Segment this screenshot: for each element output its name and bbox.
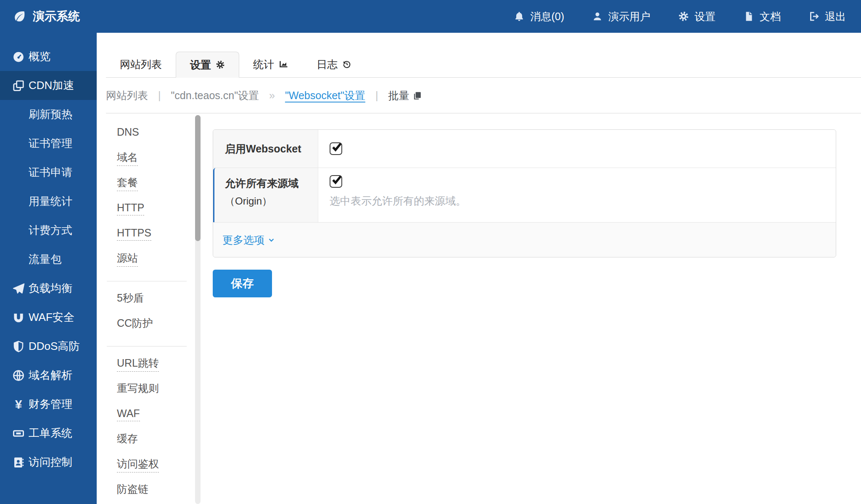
sidebar-item-finance[interactable]: ¥ 财务管理 [0,390,97,419]
menu-item-domain[interactable]: 域名 [117,150,138,166]
sidebar-item-cdn[interactable]: CDN加速 [0,71,97,100]
brand[interactable]: 演示系统 [0,8,80,24]
main-content: 网站列表 设置 统计 日志 网站列表 | "cdn.teaos.cn"设置 » … [97,33,861,504]
tab-bar: 网站列表 设置 统计 日志 [106,33,861,78]
sidebar-subitem-usage-stats[interactable]: 用量统计 [0,187,97,216]
menu-item-waf[interactable]: WAF [117,407,140,421]
allow-all-origins-sublabel: （Origin） [225,194,318,208]
tab-label: 统计 [253,58,274,71]
sidebar-item-label: WAF安全 [29,310,74,325]
save-button[interactable]: 保存 [213,270,272,297]
batch-button[interactable]: 批量 [388,89,422,102]
leaf-logo-icon [13,10,26,23]
enable-websocket-row: 启用Websocket [213,130,836,168]
menu-item-rewrite-rules[interactable]: 重写规则 [117,381,159,396]
sidebar-item-label: 域名解析 [29,368,72,383]
docs-button[interactable]: 文档 [743,10,781,24]
clone-icon [11,79,26,92]
menu-item-cache[interactable]: 缓存 [117,432,138,447]
sidebar-item-label: 工单系统 [29,426,72,441]
sidebar-item-label: CDN加速 [29,78,74,93]
more-options-link[interactable]: 更多选项 [222,233,275,247]
tab-site-list[interactable]: 网站列表 [106,51,176,77]
gear-icon [678,11,689,22]
sidebar-item-dns-resolve[interactable]: 域名解析 [0,361,97,390]
sidebar-subitem-refresh-prewarm[interactable]: 刷新预热 [0,100,97,129]
websocket-form: 启用Websocket 允许所有来源域 （Origin） [213,129,836,297]
chevron-down-icon [268,236,275,244]
sidebar-item-load-balance[interactable]: 负载均衡 [0,274,97,303]
logout-button[interactable]: 退出 [808,10,846,24]
menu-item-5s-shield[interactable]: 5秒盾 [117,291,144,306]
tab-label: 网站列表 [120,58,162,71]
user-icon [592,11,603,22]
document-icon [743,11,754,22]
sidebar-item-label: 负载均衡 [29,281,72,296]
user-label: 演示用户 [608,10,650,24]
menu-item-dns[interactable]: DNS [117,126,139,139]
history-icon [342,60,351,69]
scrollbar-thumb[interactable] [195,115,201,241]
breadcrumb-separator: » [269,89,275,102]
sidebar-subitem-cert-apply[interactable]: 证书申请 [0,158,97,187]
menu-item-origin[interactable]: 源站 [117,251,138,267]
allow-all-origins-hint: 选中表示允许所有的来源域。 [330,194,836,208]
dashboard-icon [11,50,26,63]
sidebar-item-label: 访问控制 [29,455,72,470]
docs-label: 文档 [760,10,781,24]
logout-label: 退出 [825,10,846,24]
sidebar-item-ddos[interactable]: DDoS高防 [0,332,97,361]
breadcrumb-site-list[interactable]: 网站列表 [106,89,148,102]
sidebar-subitem-cert-manage[interactable]: 证书管理 [0,129,97,158]
top-nav: 消息(0) 演示用户 设置 文档 退出 [514,10,861,24]
menu-divider [107,281,187,281]
settings-content: DNS 域名 套餐 HTTP HTTPS 源站 5秒盾 CC防护 URL跳转 重… [97,113,861,504]
settings-button[interactable]: 设置 [678,10,716,24]
sidebar: 概览 CDN加速 刷新预热 证书管理 证书申请 用量统计 计费方式 流量包 负载… [0,33,97,504]
messages-button[interactable]: 消息(0) [514,10,564,24]
allow-all-origins-row: 允许所有来源域 （Origin） 选中表示允许所有的来源域。 [213,168,836,222]
tab-logs[interactable]: 日志 [303,51,365,77]
sidebar-item-label: 财务管理 [29,397,72,412]
sidebar-item-access-control[interactable]: 访问控制 [0,448,97,477]
menu-item-plan[interactable]: 套餐 [117,176,138,191]
logout-icon [808,11,819,22]
breadcrumb-site-settings[interactable]: "cdn.teaos.cn"设置 [171,89,259,102]
batch-label: 批量 [388,89,409,102]
enable-websocket-checkbox[interactable] [330,142,342,155]
settings-label: 设置 [695,10,716,24]
sidebar-item-overview[interactable]: 概览 [0,42,97,71]
sidebar-item-waf[interactable]: WAF安全 [0,303,97,332]
tab-stats[interactable]: 统计 [239,51,303,77]
websocket-settings-panel: 启用Websocket 允许所有来源域 （Origin） [213,129,836,257]
shield-half-icon [11,340,26,353]
sidebar-item-tickets[interactable]: 工单系统 [0,419,97,448]
more-options-row: 更多选项 [213,222,836,257]
menu-item-cc-protect[interactable]: CC防护 [117,316,153,331]
check-icon [331,174,343,186]
menu-item-url-redirect[interactable]: URL跳转 [117,356,159,372]
bell-icon [514,11,525,22]
breadcrumb-separator: | [158,89,161,102]
sidebar-item-label: DDoS高防 [29,339,79,354]
ticket-icon [11,427,26,440]
settings-menu-scrollbar[interactable] [195,115,201,504]
user-menu[interactable]: 演示用户 [592,10,650,24]
menu-item-hotlink-protect[interactable]: 防盗链 [117,482,148,497]
globe-icon [11,369,26,382]
menu-item-access-auth[interactable]: 访问鉴权 [117,457,159,472]
menu-item-http[interactable]: HTTP [117,202,144,215]
check-icon [331,141,343,153]
tab-label: 日志 [317,58,338,71]
settings-menu: DNS 域名 套餐 HTTP HTTPS 源站 5秒盾 CC防护 URL跳转 重… [106,113,195,502]
brand-label: 演示系统 [33,8,80,24]
sidebar-subitem-traffic-pack[interactable]: 流量包 [0,245,97,274]
copy-icon [413,91,422,100]
breadcrumb-separator: | [375,89,378,102]
allow-all-origins-checkbox[interactable] [330,175,342,188]
menu-item-https[interactable]: HTTPS [117,227,151,241]
sidebar-subitem-billing-mode[interactable]: 计费方式 [0,216,97,245]
menu-divider [107,346,187,346]
breadcrumb-websocket-settings[interactable]: "Websocket"设置 [285,89,365,102]
tab-settings[interactable]: 设置 [176,52,239,78]
